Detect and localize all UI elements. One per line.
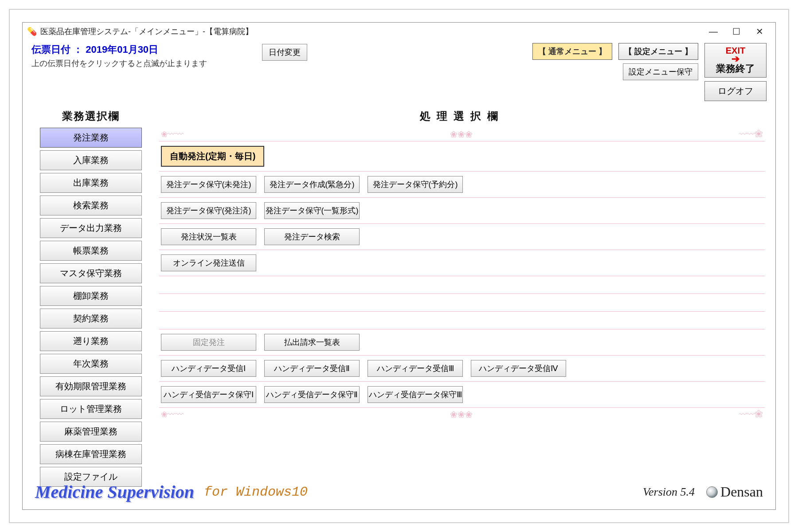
task-item-3[interactable]: 検索業務 [40, 196, 142, 215]
maximize-button[interactable]: ☐ [725, 24, 748, 39]
settings-menu-button[interactable]: 【 設定メニュー 】 [618, 43, 698, 60]
fixed-order-button[interactable]: 固定発注 [161, 334, 256, 351]
process-row-8: ハンディ受信データ保守Ⅰ ハンディ受信データ保守Ⅱ ハンディ受信データ保守Ⅲ [159, 382, 765, 408]
exit-sublabel: 業務終了 [716, 62, 755, 75]
process-row-5: オンライン発注送信 [159, 250, 765, 276]
close-button[interactable]: ✕ [748, 24, 771, 39]
company-logo: Densan [706, 484, 763, 500]
empty-row [159, 276, 765, 294]
task-item-9[interactable]: 遡り業務 [40, 331, 142, 351]
footer: Medicine Supervision for Windows10 Versi… [23, 479, 775, 509]
task-item-0[interactable]: 発注業務 [40, 128, 142, 148]
ornament-right-icon: 〰〰❀ [739, 410, 763, 419]
handy-recv-data-maint-1-button[interactable]: ハンディ受信データ保守Ⅰ [161, 386, 256, 403]
ornament-left-icon: ❀〰〰 [161, 410, 184, 419]
order-data-maint-unordered-button[interactable]: 発注データ保守(未発注) [161, 176, 256, 193]
brand-name: Medicine Supervision [35, 481, 194, 502]
handy-data-recv-1-button[interactable]: ハンディデータ受信Ⅰ [161, 360, 256, 377]
main-area: 業務選択欄 発注業務入庫業務出庫業務検索業務データ出力業務帳票業務マスタ保守業務… [23, 104, 775, 479]
order-data-maint-list-button[interactable]: 発注データ保守(一覧形式) [264, 202, 360, 219]
titlebar: 💊 医薬品在庫管理システム-「メインメニュー」-【電算病院】 ― ☐ ✕ [23, 23, 775, 40]
order-data-create-urgent-button[interactable]: 発注データ作成(緊急分) [264, 176, 360, 193]
task-column-title: 業務選択欄 [33, 109, 149, 123]
handy-recv-data-maint-2-button[interactable]: ハンディ受信データ保守Ⅱ [264, 386, 360, 403]
process-row-2: 発注データ保守(未発注) 発注データ作成(緊急分) 発注データ保守(予約分) [159, 172, 765, 198]
ornament-left-icon: ❀〰〰 [161, 129, 184, 139]
handy-data-recv-3-button[interactable]: ハンディデータ受信Ⅲ [368, 360, 463, 377]
online-order-send-button[interactable]: オンライン発注送信 [161, 254, 256, 271]
process-row-7: ハンディデータ受信Ⅰ ハンディデータ受信Ⅱ ハンディデータ受信Ⅲ ハンディデータ… [159, 356, 765, 382]
company-logo-icon [706, 486, 718, 498]
task-item-10[interactable]: 年次業務 [40, 354, 142, 374]
ornament-center-icon: ❀❀❀ [450, 129, 473, 140]
header: 伝票日付 ： 2019年01月30日 上の伝票日付をクリックすると点滅が止まりま… [23, 40, 775, 104]
order-data-maint-ordered-button[interactable]: 発注データ保守(発注済) [161, 202, 256, 219]
top-right-controls: 【 通常メニュー 】 【 設定メニュー 】 設定メニュー保守 EXIT ➔ 業務… [337, 43, 767, 101]
company-name: Densan [720, 484, 763, 500]
order-data-maint-reserved-button[interactable]: 発注データ保守(予約分) [368, 176, 463, 193]
task-item-8[interactable]: 契約業務 [40, 309, 142, 329]
payout-request-list-button[interactable]: 払出請求一覧表 [264, 334, 360, 351]
process-row-4: 発注状況一覧表 発注データ検索 [159, 224, 765, 250]
task-item-13[interactable]: 麻薬管理業務 [40, 422, 142, 442]
window-title: 医薬品在庫管理システム-「メインメニュー」-【電算病院】 [40, 26, 702, 37]
brand-subtitle: for Windows10 [204, 485, 308, 500]
task-item-14[interactable]: 病棟在庫管理業務 [40, 444, 142, 464]
exit-button[interactable]: EXIT ➔ 業務終了 [704, 43, 767, 78]
task-item-11[interactable]: 有効期限管理業務 [40, 376, 142, 396]
slip-date-hint: 上の伝票日付をクリックすると点滅が止まります [31, 58, 262, 69]
app-icon: 💊 [27, 27, 37, 36]
task-item-4[interactable]: データ出力業務 [40, 218, 142, 238]
handy-data-recv-2-button[interactable]: ハンディデータ受信Ⅱ [264, 360, 360, 377]
auto-order-button[interactable]: 自動発注(定期・毎日) [161, 146, 264, 167]
normal-menu-button[interactable]: 【 通常メニュー 】 [532, 43, 612, 60]
task-item-6[interactable]: マスタ保守業務 [40, 263, 142, 283]
app-window: 💊 医薬品在庫管理システム-「メインメニュー」-【電算病院】 ― ☐ ✕ 伝票日… [22, 22, 776, 510]
outer-frame: 💊 医薬品在庫管理システム-「メインメニュー」-【電算病院】 ― ☐ ✕ 伝票日… [9, 9, 789, 523]
ornament-bottom: ❀〰〰 ❀❀❀ 〰〰❀ [159, 410, 765, 419]
handy-data-recv-4-button[interactable]: ハンディデータ受信Ⅳ [471, 360, 566, 377]
settings-menu-maint-button[interactable]: 設定メニュー保守 [623, 63, 698, 80]
ornament-center-icon: ❀❀❀ [450, 409, 473, 420]
order-status-list-button[interactable]: 発注状況一覧表 [161, 228, 256, 245]
process-row-6: 固定発注 払出請求一覧表 [159, 329, 765, 356]
task-item-12[interactable]: ロット管理業務 [40, 399, 142, 419]
ornament-right-icon: 〰〰❀ [739, 130, 763, 139]
version-label: Version 5.4 [643, 485, 695, 499]
empty-row [159, 312, 765, 329]
empty-row [159, 294, 765, 312]
logoff-button[interactable]: ログオフ [704, 81, 767, 101]
date-block: 伝票日付 ： 2019年01月30日 上の伝票日付をクリックすると点滅が止まりま… [31, 43, 262, 69]
process-pane-title: 処理選択欄 [159, 109, 765, 123]
minimize-button[interactable]: ― [702, 24, 725, 39]
task-item-5[interactable]: 帳票業務 [40, 241, 142, 261]
task-item-2[interactable]: 出庫業務 [40, 173, 142, 193]
handy-recv-data-maint-3-button[interactable]: ハンディ受信データ保守Ⅲ [368, 386, 463, 403]
task-item-1[interactable]: 入庫業務 [40, 150, 142, 170]
slip-date[interactable]: 伝票日付 ： 2019年01月30日 [31, 43, 262, 56]
process-pane: 処理選択欄 ❀〰〰 ❀❀❀ 〰〰❀ 自動発注(定期・毎日) 発注データ保守(未発… [159, 109, 765, 487]
date-change-button[interactable]: 日付変更 [262, 44, 307, 61]
task-list: 発注業務入庫業務出庫業務検索業務データ出力業務帳票業務マスタ保守業務棚卸業務契約… [33, 128, 149, 487]
process-row-3: 発注データ保守(発注済) 発注データ保守(一覧形式) [159, 198, 765, 224]
exit-arrow-icon: ➔ [732, 56, 739, 62]
task-item-7[interactable]: 棚卸業務 [40, 286, 142, 306]
task-column: 業務選択欄 発注業務入庫業務出庫業務検索業務データ出力業務帳票業務マスタ保守業務… [33, 109, 149, 487]
window-controls: ― ☐ ✕ [702, 24, 771, 39]
ornament-top: ❀〰〰 ❀❀❀ 〰〰❀ [159, 129, 765, 139]
process-row-1: 自動発注(定期・毎日) [159, 141, 765, 172]
order-data-search-button[interactable]: 発注データ検索 [264, 228, 360, 245]
